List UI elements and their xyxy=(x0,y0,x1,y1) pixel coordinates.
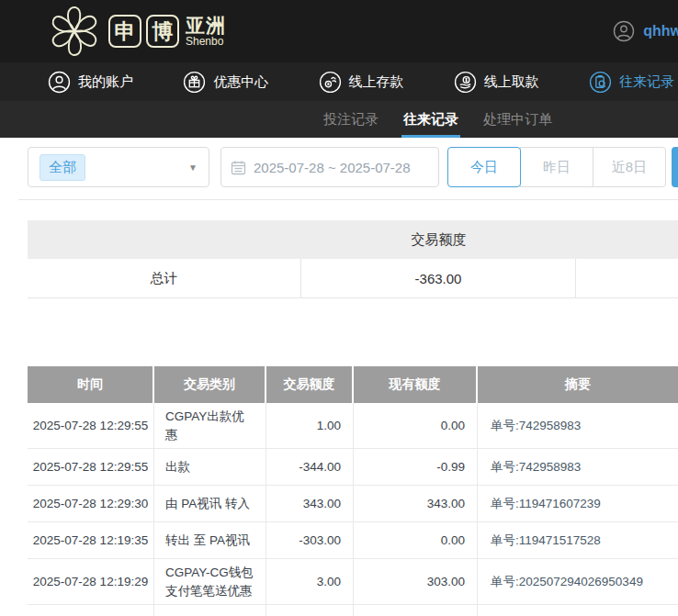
record-tabs: 投注记录 往来记录 处理中订单 xyxy=(0,101,678,138)
table-cell: 2025-07-28 12:29:55 xyxy=(28,403,154,448)
col-time: 时间 xyxy=(28,366,154,403)
caret-down-icon: ▼ xyxy=(188,162,198,173)
records-icon xyxy=(589,71,612,94)
table-cell: 2025-07-28 12:29:30 xyxy=(28,486,154,521)
withdraw-icon xyxy=(454,71,477,94)
total-value: -363.00 xyxy=(301,259,576,297)
total-label: 总计 xyxy=(28,259,301,297)
table-row: 2025-07-28 12:19:29CGPAY-CG钱包支付笔笔送优惠3.00… xyxy=(28,559,678,605)
date-range-value: 2025-07-28 ~ 2025-07-28 xyxy=(254,160,411,175)
nav-item-deposit[interactable]: 线上存款 xyxy=(319,71,404,94)
site-logo[interactable]: 申 博 亚洲 Shenbo xyxy=(48,5,226,58)
nav-item-withdraw[interactable]: 线上取款 xyxy=(454,71,539,94)
table-cell: 单号:742958983 xyxy=(478,403,678,448)
nav-item-records[interactable]: 往来记录 xyxy=(589,71,674,94)
type-select[interactable]: 全部 ▼ xyxy=(28,147,209,187)
nav-label: 往来记录 xyxy=(619,73,674,91)
table-cell: -303.00 xyxy=(266,522,354,558)
table-row: 2025-07-28 12:29:55出款-344.00-0.99单号:7429… xyxy=(28,449,678,486)
transactions-tbody: 2025-07-28 12:29:55CGPAY出款优惠1.000.00单号:7… xyxy=(28,403,678,616)
divider xyxy=(18,199,678,200)
table-cell: 0.00 xyxy=(354,522,478,558)
table-cell: 2025-07-28 12:29:55 xyxy=(28,449,154,485)
filter-row: 全部 ▼ 2025-07-28 ~ 2025-07-28 今日 昨日 近8日 xyxy=(28,147,678,187)
calendar-icon xyxy=(231,160,246,175)
user-account[interactable]: qhhw xyxy=(613,0,678,62)
tab-transaction-records[interactable]: 往来记录 xyxy=(403,101,458,138)
table-cell: 单号:119471517528 xyxy=(478,522,678,558)
table-cell: 单号:202507294026950349 xyxy=(478,559,678,604)
selected-type-chip: 全部 xyxy=(40,154,85,181)
summary-amount-header: 交易额度 xyxy=(301,231,576,249)
nav-label: 我的账户 xyxy=(78,73,133,91)
username: qhhw xyxy=(643,23,678,39)
table-cell: CGPAY出款优惠 xyxy=(154,403,266,448)
search-button-partial[interactable] xyxy=(672,147,678,187)
table-cell: 由 PA视讯 转入 xyxy=(154,486,266,521)
col-amount: 交易额度 xyxy=(266,366,354,403)
quick-date-buttons: 今日 昨日 近8日 xyxy=(447,147,666,187)
nav-label: 线上存款 xyxy=(349,73,404,91)
main-nav: 我的账户 优惠中心 线上存款 线上取款 往来 xyxy=(0,62,678,101)
table-cell: 单号:202507294026950349 xyxy=(478,605,678,616)
summary-table: 交易额度 总计 -363.00 xyxy=(28,220,678,298)
yesterday-button[interactable]: 昨日 xyxy=(520,147,593,187)
table-row: 2025-07-28 12:29:55CGPAY出款优惠1.000.00单号:7… xyxy=(28,403,678,449)
table-cell: 343.00 xyxy=(354,486,478,521)
logo-char-box: 申 xyxy=(108,15,141,48)
logo-en-name: Shenbo xyxy=(186,36,226,48)
deposit-icon xyxy=(319,71,342,94)
col-type: 交易类别 xyxy=(154,366,266,403)
user-avatar-icon xyxy=(613,20,635,42)
table-cell: 单号:119471607239 xyxy=(478,486,678,521)
table-row: 2025-07-28 12:29:30由 PA视讯 转入343.00343.00… xyxy=(28,486,678,522)
table-row: 2025-07-28 12:19:35转出 至 PA视讯-303.000.00单… xyxy=(28,522,678,559)
nav-label: 优惠中心 xyxy=(213,73,268,91)
logo-subtitle: 亚洲 xyxy=(186,16,226,36)
table-cell: CGPAY-CG钱包支付笔笔送优惠 xyxy=(154,559,266,604)
nav-item-my-account[interactable]: 我的账户 xyxy=(48,71,133,94)
summary-total-row: 总计 -363.00 xyxy=(28,259,678,298)
table-cell: CGPAY支付 xyxy=(154,605,266,616)
nav-item-promotions[interactable]: 优惠中心 xyxy=(183,71,268,94)
table-cell: 转出 至 PA视讯 xyxy=(154,522,266,558)
table-cell: 0.00 xyxy=(354,403,478,448)
col-balance: 现有额度 xyxy=(354,366,478,403)
table-cell: 单号:742958983 xyxy=(478,449,678,485)
summary-header-row: 交易额度 xyxy=(28,220,678,259)
table-cell: 343.00 xyxy=(266,486,354,521)
col-summary: 摘要 xyxy=(478,366,678,403)
tab-betting-records[interactable]: 投注记录 xyxy=(323,101,379,138)
tab-processing-orders[interactable]: 处理中订单 xyxy=(483,101,552,138)
user-icon xyxy=(48,71,71,94)
table-cell: -0.99 xyxy=(354,449,478,485)
table-cell: 2025-07-28 12:19:35 xyxy=(28,522,154,558)
flower-icon xyxy=(48,5,101,58)
table-cell: 300.00 xyxy=(354,605,478,616)
table-cell: 出款 xyxy=(154,449,266,485)
table-cell: 2025-07-28 12:19:29 xyxy=(28,559,154,604)
top-header: 申 博 亚洲 Shenbo qhhw xyxy=(0,0,678,62)
transactions-table: 时间 交易类别 交易额度 现有额度 摘要 2025-07-28 12:29:55… xyxy=(28,366,678,616)
table-cell: 1.00 xyxy=(266,403,354,448)
table-cell: 300.00 xyxy=(266,605,354,616)
gift-icon xyxy=(183,71,206,94)
today-button[interactable]: 今日 xyxy=(447,147,521,187)
table-header-row: 时间 交易类别 交易额度 现有额度 摘要 xyxy=(28,366,678,403)
table-row: 2025-07-28 12:19:29CGPAY支付300.00300.00单号… xyxy=(28,605,678,616)
table-cell: 3.00 xyxy=(266,559,354,604)
table-cell: 303.00 xyxy=(354,559,478,604)
last-8-days-button[interactable]: 近8日 xyxy=(593,147,666,187)
logo-char-box: 博 xyxy=(146,15,179,48)
table-cell: -344.00 xyxy=(266,449,354,485)
table-cell: 2025-07-28 12:19:29 xyxy=(28,605,154,616)
nav-label: 线上取款 xyxy=(484,73,539,91)
date-range-input[interactable]: 2025-07-28 ~ 2025-07-28 xyxy=(220,147,439,187)
